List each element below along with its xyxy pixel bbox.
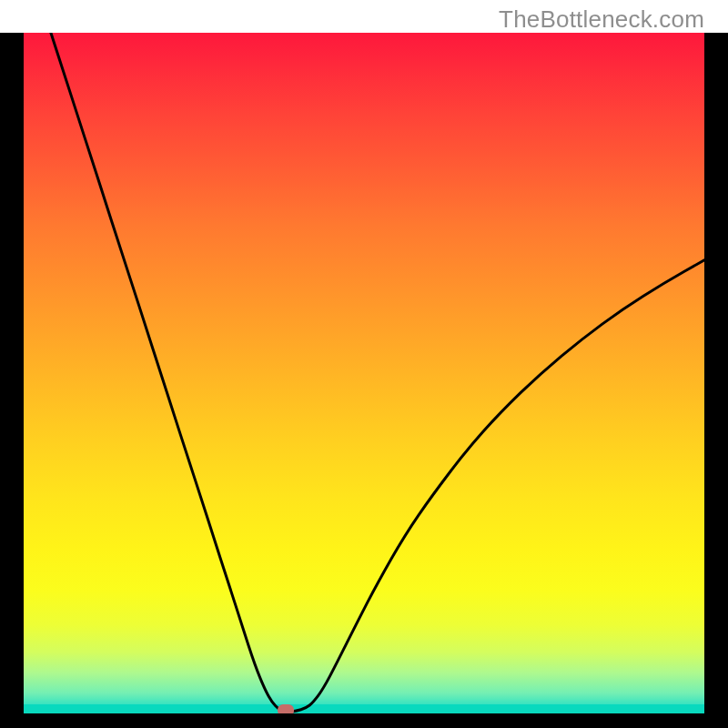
watermark-text: TheBottleneck.com (499, 5, 704, 34)
curve-svg (24, 33, 704, 713)
optimal-point-marker (278, 704, 294, 713)
plot-area (24, 33, 704, 713)
chart-root: TheBottleneck.com (0, 0, 728, 728)
bottleneck-curve (51, 33, 704, 712)
